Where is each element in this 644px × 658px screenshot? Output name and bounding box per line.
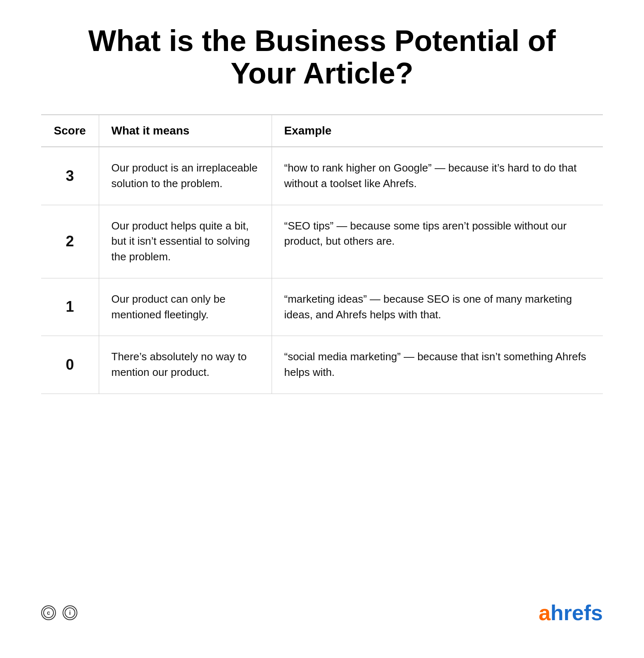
score-value-3: 3 bbox=[41, 147, 99, 205]
table-header-row: Score What it means Example bbox=[41, 115, 603, 147]
what-it-means-1: Our product can only be mentioned fleeti… bbox=[99, 278, 272, 336]
what-it-means-2: Our product helps quite a bit, but it is… bbox=[99, 205, 272, 278]
table-row: 1 Our product can only be mentioned flee… bbox=[41, 278, 603, 336]
score-value-1: 1 bbox=[41, 278, 99, 336]
creative-commons-icon: c bbox=[41, 605, 56, 620]
table-row: 0 There’s absolutely no way to mention o… bbox=[41, 336, 603, 394]
table-row: 2 Our product helps quite a bit, but it … bbox=[41, 205, 603, 278]
score-value-2: 2 bbox=[41, 205, 99, 278]
example-2: “SEO tips” — because some tips aren’t po… bbox=[272, 205, 603, 278]
table-row: 3 Our product is an irreplaceable soluti… bbox=[41, 147, 603, 205]
attribution-icon: i bbox=[63, 605, 77, 620]
example-1: “marketing ideas” — because SEO is one o… bbox=[272, 278, 603, 336]
what-it-means-0: There’s absolutely no way to mention our… bbox=[99, 336, 272, 394]
footer: c i ahrefs bbox=[41, 580, 603, 625]
business-potential-table: Score What it means Example 3 Our produc… bbox=[41, 114, 603, 394]
svg-text:c: c bbox=[47, 609, 50, 616]
page-title: What is the Business Potential of Your A… bbox=[41, 25, 603, 90]
example-3: “how to rank higher on Google” — because… bbox=[272, 147, 603, 205]
what-it-means-3: Our product is an irreplaceable solution… bbox=[99, 147, 272, 205]
column-header-what-it-means: What it means bbox=[99, 115, 272, 147]
column-header-example: Example bbox=[272, 115, 603, 147]
svg-text:i: i bbox=[69, 609, 71, 616]
ahrefs-brand-logo: ahrefs bbox=[539, 600, 603, 625]
brand-logo-suffix: hrefs bbox=[551, 601, 603, 625]
score-value-0: 0 bbox=[41, 336, 99, 394]
footer-license-icons: c i bbox=[41, 605, 77, 620]
column-header-score: Score bbox=[41, 115, 99, 147]
example-0: “social media marketing” — because that … bbox=[272, 336, 603, 394]
brand-logo-prefix: a bbox=[539, 601, 551, 625]
page-container: What is the Business Potential of Your A… bbox=[0, 0, 644, 658]
table-container: Score What it means Example 3 Our produc… bbox=[41, 114, 603, 394]
